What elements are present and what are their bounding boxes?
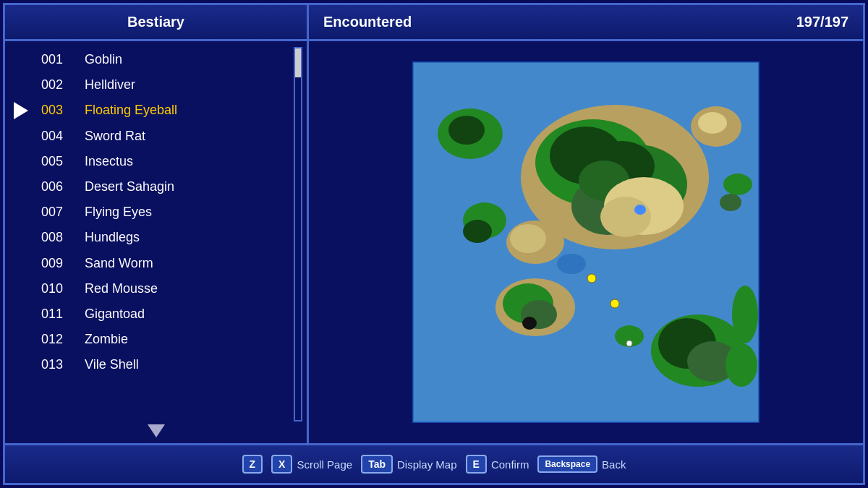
scrollbar-track[interactable] [294, 47, 302, 421]
e-key[interactable]: E [466, 455, 487, 474]
tab-key[interactable]: Tab [361, 455, 393, 474]
svg-point-12 [448, 116, 485, 145]
list-inner: 001 Goblin 002 Helldiver 003 Floating Ey… [5, 41, 307, 443]
bestiary-title: Bestiary [127, 14, 184, 30]
svg-point-31 [626, 341, 632, 346]
backspace-key[interactable]: Backspace [537, 455, 597, 473]
scrollbar-thumb[interactable] [295, 48, 301, 77]
x-key-btn: X Scroll Page [271, 455, 352, 474]
list-item[interactable]: 010 Red Mousse [5, 276, 307, 301]
map-panel [309, 41, 863, 443]
svg-point-16 [720, 194, 741, 211]
encountered-label: Encountered [323, 14, 412, 30]
list-item[interactable]: 008 Hundlegs [5, 225, 307, 250]
tab-key-btn: Tab Display Map [361, 455, 456, 474]
scroll-down-arrow[interactable] [148, 424, 165, 437]
svg-point-18 [463, 220, 492, 243]
confirm-label: Confirm [491, 458, 529, 471]
list-panel: 001 Goblin 002 Helldiver 003 Floating Ey… [5, 41, 309, 443]
list-item[interactable]: 002 Helldiver [5, 72, 307, 98]
svg-point-9 [600, 197, 651, 237]
header-right: Encountered 197/197 [309, 5, 863, 39]
svg-point-29 [587, 274, 596, 283]
back-label: Back [602, 458, 626, 471]
svg-point-20 [510, 224, 546, 253]
list-item[interactable]: 001 Goblin [5, 47, 307, 72]
e-key-btn: E Confirm [466, 455, 529, 474]
world-map [412, 61, 760, 423]
list-item[interactable]: 013 Vile Shell [5, 352, 307, 377]
main-content: 001 Goblin 002 Helldiver 003 Floating Ey… [5, 41, 863, 443]
list-item[interactable]: 004 Sword Rat [5, 124, 307, 149]
encounter-count: 197/197 [796, 14, 848, 30]
cursor-arrow [14, 102, 28, 119]
footer-bar: Z X Scroll Page Tab Display Map E Confir… [5, 443, 863, 483]
svg-point-30 [610, 299, 619, 308]
svg-point-14 [698, 112, 727, 134]
z-key-btn: Z [242, 455, 263, 474]
list-item[interactable]: 009 Sand Worm [5, 251, 307, 276]
header-left: Bestiary [5, 5, 309, 39]
svg-point-32 [557, 254, 586, 274]
list-item[interactable]: 007 Flying Eyes [5, 200, 307, 225]
list-item[interactable]: 012 Zombie [5, 327, 307, 352]
svg-point-10 [634, 205, 646, 215]
svg-point-34 [726, 343, 757, 387]
header-bar: Bestiary Encountered 197/197 [5, 5, 863, 41]
x-key[interactable]: X [271, 455, 292, 474]
list-item[interactable]: 005 Insectus [5, 149, 307, 174]
z-key[interactable]: Z [242, 455, 263, 474]
display-map-label: Display Map [397, 458, 457, 471]
svg-point-33 [732, 286, 758, 343]
list-item-selected[interactable]: 003 Floating Eyeball [5, 98, 307, 123]
map-container [412, 61, 760, 423]
list-item[interactable]: 006 Desert Sahagin [5, 174, 307, 200]
scroll-page-label: Scroll Page [297, 458, 352, 471]
list-item[interactable]: 011 Gigantoad [5, 301, 307, 327]
backspace-key-btn: Backspace Back [537, 455, 626, 473]
main-frame: Bestiary Encountered 197/197 001 Goblin … [3, 3, 865, 485]
svg-point-15 [723, 174, 752, 195]
svg-point-24 [522, 317, 537, 330]
